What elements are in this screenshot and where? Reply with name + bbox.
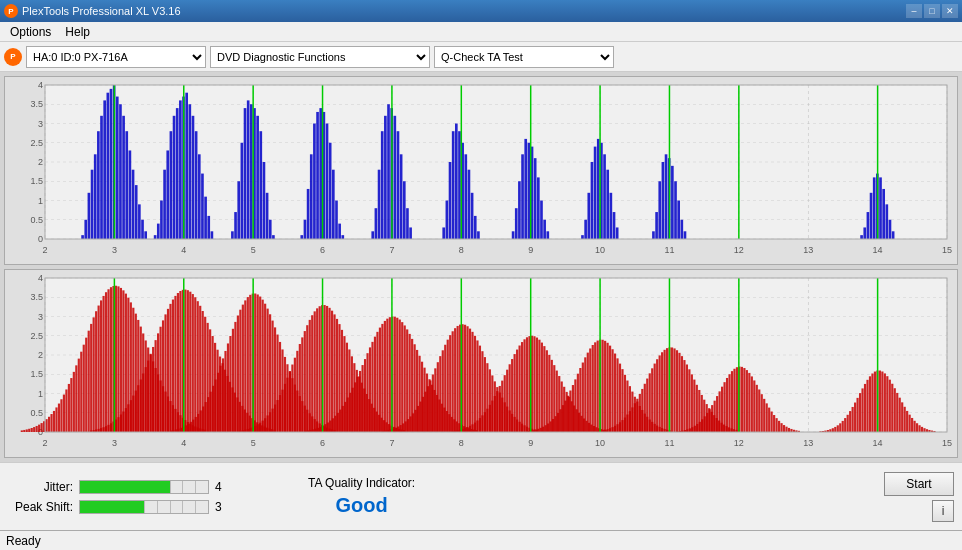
menu-bar: Options Help <box>0 22 962 42</box>
start-area: Start i <box>884 472 954 522</box>
app-title: PlexTools Professional XL V3.16 <box>22 5 181 17</box>
jitter-row: Jitter: 4 <box>8 480 268 494</box>
bottom-bar: Jitter: 4 Peak Shift: 3 TA Quality Indic… <box>0 462 962 530</box>
peak-progress <box>79 500 209 514</box>
quality-label: TA Quality Indicator: <box>308 476 415 490</box>
close-button[interactable]: ✕ <box>942 4 958 18</box>
start-button[interactable]: Start <box>884 472 954 496</box>
drive-group: P HA:0 ID:0 PX-716A <box>4 46 206 68</box>
quality-area: TA Quality Indicator: Good <box>308 476 415 517</box>
app-icon: P <box>4 4 18 18</box>
peak-row: Peak Shift: 3 <box>8 500 268 514</box>
menu-help[interactable]: Help <box>59 23 96 41</box>
function-select[interactable]: DVD Diagnostic Functions <box>210 46 430 68</box>
test-select[interactable]: Q-Check TA Test <box>434 46 614 68</box>
top-chart <box>4 76 958 265</box>
metrics-area: Jitter: 4 Peak Shift: 3 <box>8 480 268 514</box>
menu-options[interactable]: Options <box>4 23 57 41</box>
top-chart-canvas <box>5 77 957 264</box>
jitter-value: 4 <box>215 480 231 494</box>
toolbar: P HA:0 ID:0 PX-716A DVD Diagnostic Funct… <box>0 42 962 72</box>
title-bar: P PlexTools Professional XL V3.16 – □ ✕ <box>0 0 962 22</box>
drive-select[interactable]: HA:0 ID:0 PX-716A <box>26 46 206 68</box>
peak-label: Peak Shift: <box>8 500 73 514</box>
peak-value: 3 <box>215 500 231 514</box>
status-bar: Ready <box>0 530 962 550</box>
bottom-chart <box>4 269 958 458</box>
minimize-button[interactable]: – <box>906 4 922 18</box>
jitter-progress <box>79 480 209 494</box>
charts-area <box>0 72 962 462</box>
title-left: P PlexTools Professional XL V3.16 <box>4 4 181 18</box>
drive-icon: P <box>4 48 22 66</box>
status-text: Ready <box>6 534 41 548</box>
window-controls: – □ ✕ <box>906 4 958 18</box>
restore-button[interactable]: □ <box>924 4 940 18</box>
jitter-label: Jitter: <box>8 480 73 494</box>
quality-value: Good <box>335 494 387 517</box>
info-button[interactable]: i <box>932 500 954 522</box>
bottom-chart-canvas <box>5 270 957 457</box>
